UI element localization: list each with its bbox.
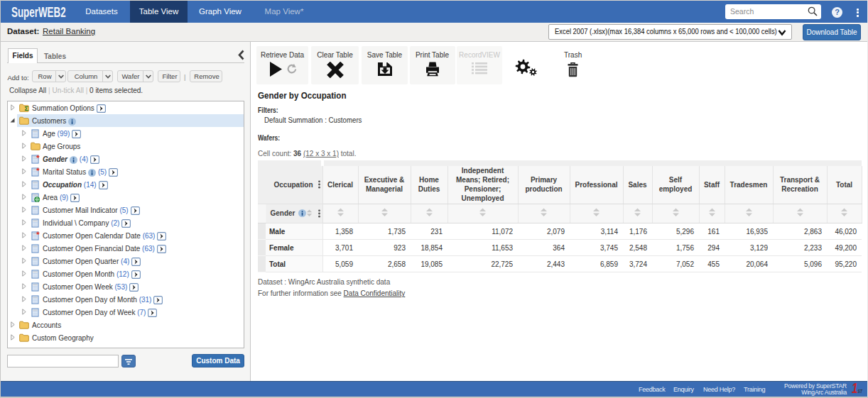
svg-text:Σ: Σ [24, 105, 28, 112]
